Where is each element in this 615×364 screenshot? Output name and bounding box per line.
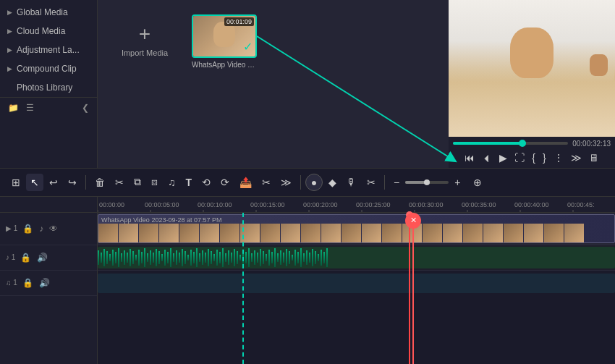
frame-4 bbox=[159, 224, 179, 242]
svg-rect-36 bbox=[141, 252, 143, 263]
video-frames bbox=[98, 224, 614, 242]
svg-rect-83 bbox=[277, 253, 279, 262]
video-track-eye[interactable]: 👁 bbox=[48, 223, 59, 234]
video-clip-content: WhatsApp Video 2023-09-28 at 07:57 PM bbox=[98, 214, 615, 243]
frame-10 bbox=[281, 224, 301, 242]
play-button[interactable]: ▶ bbox=[498, 151, 509, 165]
separator2 bbox=[300, 175, 301, 190]
time-ruler[interactable]: 00:00:00 00:00:05:00 00:00:10:00 00:00:1… bbox=[98, 197, 615, 213]
svg-rect-53 bbox=[190, 250, 192, 266]
mark-in-button[interactable]: { bbox=[530, 151, 537, 165]
music-track[interactable] bbox=[98, 271, 615, 296]
razor-tool[interactable]: ✂ bbox=[362, 174, 380, 191]
music-track-label: ♫ 1 🔒 🔊 bbox=[0, 271, 97, 296]
rewind-button[interactable]: ⏮ bbox=[463, 151, 476, 165]
svg-text:00:00:05:00: 00:00:05:00 bbox=[145, 201, 179, 208]
svg-rect-97 bbox=[318, 254, 319, 261]
frame-3 bbox=[139, 224, 159, 242]
mark-out-button[interactable]: } bbox=[541, 151, 548, 165]
paste-tool[interactable]: ⧇ bbox=[147, 173, 162, 191]
frame-15 bbox=[382, 224, 402, 242]
svg-rect-90 bbox=[297, 252, 299, 263]
import-media-button[interactable]: + Import Media bbox=[112, 14, 177, 65]
svg-rect-80 bbox=[268, 250, 270, 266]
music-clip bbox=[98, 274, 615, 293]
export-tool[interactable]: 📤 bbox=[235, 174, 256, 191]
svg-rect-96 bbox=[315, 251, 316, 264]
split-tool[interactable]: ✂ bbox=[258, 174, 275, 191]
frame-6 bbox=[200, 224, 220, 242]
svg-rect-87 bbox=[289, 251, 290, 264]
audio-track[interactable] bbox=[98, 245, 615, 271]
select-tool[interactable]: ↖ bbox=[26, 174, 43, 191]
svg-rect-50 bbox=[182, 249, 183, 266]
svg-rect-56 bbox=[199, 253, 200, 262]
more-tools[interactable]: ≫ bbox=[276, 174, 296, 191]
minus-zoom[interactable]: − bbox=[389, 174, 404, 191]
rotate-cw-tool[interactable]: ⟳ bbox=[216, 174, 234, 191]
preview-progress-bar[interactable]: 00:00:32:13 bbox=[453, 140, 611, 148]
progress-fill bbox=[453, 142, 522, 145]
clip-label: WhatsApp Video 2023-09-28 at 07:57 PM bbox=[101, 216, 221, 224]
progress-container[interactable] bbox=[453, 142, 568, 145]
music-track-volume[interactable]: 🔊 bbox=[38, 277, 51, 289]
svg-text:00:00:40:00: 00:00:40:00 bbox=[514, 201, 549, 208]
redo-button[interactable]: ↪ bbox=[64, 174, 81, 191]
video-clip-thumb[interactable]: 00:01:09 ✓ WhatsApp Video 202... bbox=[192, 14, 257, 69]
svg-rect-74 bbox=[251, 253, 253, 262]
zoom-slider[interactable] bbox=[405, 181, 449, 184]
sidebar-item-global-media[interactable]: ▶ Global Media bbox=[0, 3, 97, 22]
svg-rect-81 bbox=[271, 252, 273, 263]
add-track-button[interactable]: ⊕ bbox=[469, 174, 486, 191]
more-button[interactable]: ≫ bbox=[569, 151, 583, 165]
separator bbox=[85, 175, 86, 190]
svg-rect-58 bbox=[205, 253, 206, 263]
undo-button[interactable]: ↩ bbox=[45, 174, 62, 191]
delete-button[interactable]: 🗑 bbox=[90, 174, 109, 191]
video-track-mute[interactable]: ♪ bbox=[38, 223, 44, 234]
sidebar-item-cloud-media[interactable]: ▶ Cloud Media bbox=[0, 22, 97, 41]
menu-button[interactable]: ⋮ bbox=[552, 151, 565, 165]
plus-zoom[interactable]: + bbox=[450, 174, 465, 191]
audio-tool[interactable]: ♫ bbox=[164, 174, 180, 191]
rotate-ccw-tool[interactable]: ⟲ bbox=[198, 174, 215, 191]
preview-timecode: 00:00:32:13 bbox=[572, 140, 611, 148]
audio-track-volume[interactable]: 🔊 bbox=[36, 252, 48, 263]
svg-rect-68 bbox=[234, 249, 235, 266]
monitor-button[interactable]: 🖥 bbox=[588, 151, 601, 165]
frame-17 bbox=[423, 224, 443, 242]
cut-tool[interactable]: ✂ bbox=[111, 174, 128, 191]
marker-tool[interactable]: ◆ bbox=[324, 174, 341, 191]
folder-icon-btn[interactable]: 📁 bbox=[7, 102, 20, 114]
waveform-svg bbox=[98, 247, 615, 268]
svg-rect-43 bbox=[161, 254, 163, 261]
frame-7 bbox=[220, 224, 240, 242]
grid-tool[interactable]: ⊞ bbox=[7, 174, 25, 191]
audio-track-lock[interactable]: 🔒 bbox=[20, 252, 32, 263]
svg-text:00:00:35:00: 00:00:35:00 bbox=[462, 201, 496, 208]
copy-tool[interactable]: ⧉ bbox=[130, 173, 145, 191]
svg-text:00:00:00: 00:00:00 bbox=[99, 201, 124, 208]
collapse-icon-btn[interactable]: ❮ bbox=[81, 102, 90, 114]
snap-tool[interactable]: ● bbox=[305, 174, 323, 191]
frame-19 bbox=[463, 224, 483, 242]
video-track[interactable]: WhatsApp Video 2023-09-28 at 07:57 PM bbox=[98, 213, 615, 245]
fullscreen-button[interactable]: ⛶ bbox=[513, 151, 526, 165]
list-icon-btn[interactable]: ☰ bbox=[25, 102, 35, 114]
music-track-lock[interactable]: 🔒 bbox=[22, 277, 34, 289]
sidebar-item-compound-clip[interactable]: ▶ Compound Clip bbox=[0, 59, 97, 78]
text-tool[interactable]: T bbox=[182, 174, 197, 191]
sidebar: ▶ Global Media ▶ Cloud Media ▶ Adjustmen… bbox=[0, 0, 98, 168]
video-track-lock[interactable]: 🔒 bbox=[22, 223, 34, 234]
frame-22 bbox=[524, 224, 544, 242]
sidebar-item-photos-library[interactable]: ▶ Photos Library bbox=[0, 78, 97, 97]
ruler-label-spacer bbox=[0, 197, 97, 213]
svg-rect-92 bbox=[303, 253, 305, 262]
mic-tool[interactable]: 🎙 bbox=[342, 174, 361, 191]
svg-rect-29 bbox=[121, 253, 122, 262]
svg-rect-54 bbox=[193, 252, 195, 263]
svg-rect-77 bbox=[260, 249, 261, 266]
preview-video bbox=[449, 0, 615, 137]
step-back-button[interactable]: ⏴ bbox=[480, 151, 493, 165]
sidebar-item-adjustment[interactable]: ▶ Adjustment La... bbox=[0, 41, 97, 59]
